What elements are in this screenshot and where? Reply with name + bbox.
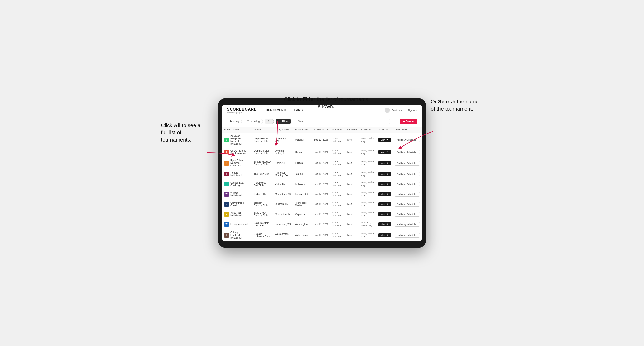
view-button[interactable]: View 👁 [378,202,391,206]
cell-event-name: V Valpo Fall Invitational [222,209,252,219]
add-to-schedule-button[interactable]: Add to My Schedule + [395,138,420,142]
cell-hosted-by: Wake Forest [293,229,312,241]
add-to-schedule-button[interactable]: Add to My Schedule + [395,222,420,227]
col-actions: ACTIONS [376,127,392,133]
view-button[interactable]: View 👁 [378,172,391,176]
cell-start-date: Sep 18, 2023 [312,229,330,241]
view-button[interactable]: View 👁 [378,222,391,226]
user-avatar [385,108,390,113]
cell-division: NCAA Division I [330,133,346,147]
cell-gender: Men [346,147,359,157]
cell-city-state: Plymouth Meeting, PA [273,169,293,179]
add-to-schedule-button[interactable]: Add to My Schedule + [395,182,420,186]
cell-venue: Ravenwood Golf Club [252,179,273,189]
cell-division: NCAA Division I [330,147,346,157]
cell-event-name: G Grover Page Classic [222,199,252,209]
add-to-schedule-button[interactable]: Add to My Schedule + [395,161,420,166]
view-button[interactable]: View 👁 [378,233,391,237]
cell-hosted-by: Marshall [293,133,312,147]
cell-event-name: T Temple Invitational [222,169,252,179]
page-wrapper: Click All to see a full list of tourname… [161,98,483,248]
cell-start-date: Sep 18, 2023 [312,209,330,219]
add-to-schedule-button[interactable]: Add to My Schedule + [395,172,420,176]
cell-gender: Men [346,229,359,241]
cell-actions: View 👁 [376,209,392,219]
team-logo: C [224,233,229,238]
filter-button[interactable]: ☰ Filter [276,119,291,124]
view-button[interactable]: View 👁 [378,212,391,216]
table-row: C Chicago Highlands Invitational Chicago… [222,229,422,241]
cell-competing: Add to My Schedule + [393,199,422,209]
add-to-schedule-button[interactable]: Add to My Schedule + [395,202,420,206]
signout-link[interactable]: Sign out [408,109,417,112]
tablet-frame: SCOREBOARD Powered by clippd TOURNAMENTS… [218,98,426,248]
cell-venue: Gold Mountain Golf Club [252,219,273,229]
cell-division: NCAA Division I [330,209,346,219]
filter-label: Filter [282,120,288,123]
cell-competing: Add to My Schedule + [393,209,422,219]
event-name: OFCC Fighting Illini Invitational [230,149,250,155]
cell-actions: View 👁 [376,189,392,199]
table-body: M 2023 Joe Feaganes Marshall Invitationa… [222,133,422,241]
team-logo: G [224,202,229,206]
cell-venue: The 1912 Club [252,169,273,179]
event-name: Wildcat Invitational [230,192,250,197]
cell-event-name: C Chicago Highlands Invitational [222,229,252,241]
add-to-schedule-button[interactable]: Add to My Schedule + [395,233,420,238]
cell-division: NCAA Division I [330,219,346,229]
eye-icon: 👁 [386,213,388,215]
annotation-right: Or Search the name of the tournament. [431,98,483,113]
tab-all[interactable]: All [265,119,274,124]
cell-division: NCAA Division I [330,189,346,199]
team-logo: U [224,182,229,186]
cell-scoring: Team, Stroke Play [359,147,376,157]
cell-scoring: Team, Stroke Play [359,179,376,189]
event-name: Grover Page Classic [230,201,250,207]
cell-competing: Add to My Schedule + [393,133,422,147]
table-row: M 2023 Joe Feaganes Marshall Invitationa… [222,133,422,147]
add-to-schedule-button[interactable]: Add to My Schedule + [395,150,420,154]
cell-scoring: Team, Stroke Play [359,199,376,209]
view-button[interactable]: View 👁 [378,192,391,196]
table-row: F Ryan T. Lee Memorial Collegiate Shuttl… [222,157,422,169]
view-button[interactable]: View 👁 [378,182,391,186]
cell-actions: View 👁 [376,133,392,147]
cell-competing: Add to My Schedule + [393,169,422,179]
cell-actions: View 👁 [376,219,392,229]
table-row: V Valpo Fall Invitational Sand Creek Cou… [222,209,422,219]
table-container: EVENT NAME VENUE CITY, STATE HOSTED BY S… [222,127,422,241]
col-scoring: SCORING [359,127,376,133]
team-logo: W [224,222,229,227]
view-button[interactable]: View 👁 [378,161,391,165]
table-row: I OFCC Fighting Illini Invitational Olym… [222,147,422,157]
cell-start-date: Sep 18, 2023 [312,199,330,209]
tournaments-table: EVENT NAME VENUE CITY, STATE HOSTED BY S… [222,127,422,241]
cell-gender: Men [346,157,359,169]
cell-event-name: F Ryan T. Lee Memorial Collegiate [222,157,252,169]
create-button[interactable]: + Create [400,119,417,124]
event-name: Upstate Dual Challenge [230,181,250,187]
cell-gender: Men [346,169,359,179]
user-label: Test User [392,109,403,112]
cell-venue: Chicago Highlands Club [252,229,273,241]
view-button[interactable]: View 👁 [378,138,391,142]
cell-gender: Men [346,189,359,199]
col-gender: GENDER [346,127,359,133]
table-row: W Wildcat Invitational Colbert Hills Man… [222,189,422,199]
team-logo: W [224,192,229,197]
view-button[interactable]: View 👁 [378,150,391,154]
cell-start-date: Sep 16, 2023 [312,169,330,179]
annotation-top: Click to Filter the list of tournaments … [283,96,369,111]
tab-hosting[interactable]: Hosting [227,119,242,124]
col-division: DIVISION [330,127,346,133]
tab-competing[interactable]: Competing [244,119,263,124]
cell-venue: Colbert Hills [252,189,273,199]
search-input[interactable] [295,119,390,124]
cell-actions: View 👁 [376,229,392,241]
add-to-schedule-button[interactable]: Add to My Schedule + [395,212,420,216]
header-right: Test User | Sign out [385,108,417,113]
col-start-date: START DATE [312,127,330,133]
add-to-schedule-button[interactable]: Add to My Schedule + [395,192,420,197]
cell-hosted-by: Kansas State [293,189,312,199]
team-logo: V [224,212,229,216]
